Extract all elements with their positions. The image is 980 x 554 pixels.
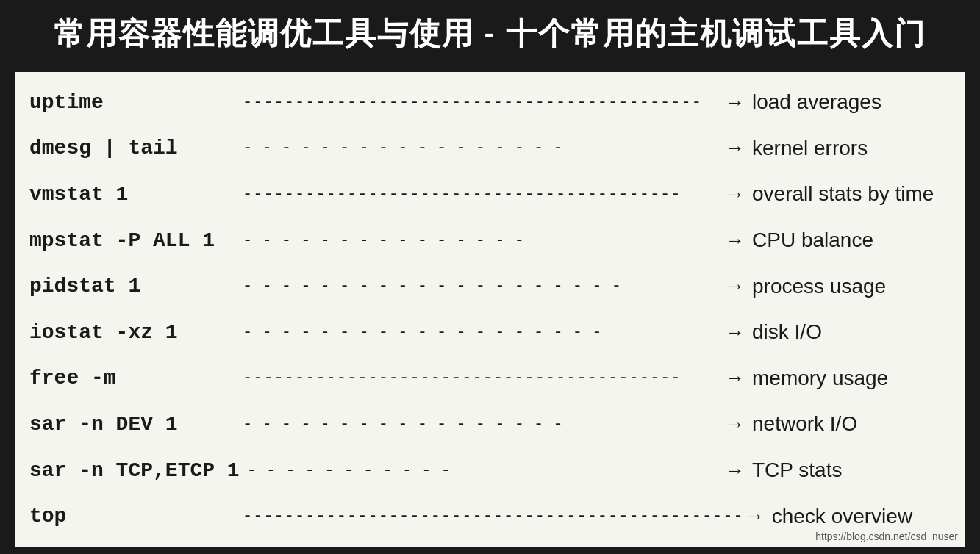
page-title: 常用容器性能调优工具与使用 - 十个常用的主机调试工具入门 [54, 16, 926, 51]
content-area: uptime----------------------------------… [15, 72, 965, 547]
dash-line: ----------------------------------------… [243, 185, 724, 204]
command-text: free -m [29, 367, 235, 389]
arrow-container: ----------------------------------------… [243, 183, 745, 205]
arrow-icon: → [726, 321, 745, 344]
url-credit: https://blog.csdn.net/csd_nuser [815, 530, 958, 542]
description-text: memory usage [752, 367, 943, 390]
description-text: kernel errors [752, 137, 943, 160]
arrow-container: - - - - - - - - - - - - - - - → [243, 229, 745, 251]
command-text: sar -n TCP,ETCP 1 [29, 459, 240, 482]
arrow-icon: → [726, 183, 745, 206]
arrow-icon: → [726, 367, 745, 389]
arrow-icon: → [726, 91, 745, 114]
description-text: load averages [752, 90, 943, 114]
table-row: dmesg | tail- - - - - - - - - - - - - - … [29, 135, 943, 162]
table-row: vmstat 1--------------------------------… [29, 181, 943, 207]
arrow-container: ----------------------------------------… [243, 367, 745, 389]
arrow-icon: → [726, 275, 745, 298]
arrow-container: ----------------------------------------… [243, 91, 745, 113]
dash-line: - - - - - - - - - - - - - - - - - - - [243, 323, 724, 342]
description-text: disk I/O [752, 320, 943, 344]
dash-line: - - - - - - - - - - - [247, 461, 724, 480]
table-row: free -m---------------------------------… [29, 365, 943, 392]
command-text: mpstat -P ALL 1 [29, 229, 235, 252]
arrow-container: - - - - - - - - - - - - - - - - - → [243, 413, 745, 435]
arrow-container: - - - - - - - - - - - - - - - - - - - → [243, 321, 745, 343]
arrow-icon: → [745, 505, 765, 528]
page-container: 常用容器性能调优工具与使用 - 十个常用的主机调试工具入门 uptime----… [0, 0, 980, 554]
table-row: iostat -xz 1- - - - - - - - - - - - - - … [29, 319, 943, 345]
command-text: dmesg | tail [29, 137, 235, 159]
dash-line: - - - - - - - - - - - - - - - - - [243, 139, 724, 157]
description-text: CPU balance [752, 229, 943, 252]
table-row: top-------------------------------------… [29, 503, 943, 530]
command-text: iostat -xz 1 [29, 321, 235, 344]
arrow-icon: → [726, 413, 745, 436]
arrow-container: ----------------------------------------… [243, 506, 765, 528]
command-text: uptime [29, 91, 235, 114]
command-text: vmstat 1 [29, 183, 235, 206]
dash-line: - - - - - - - - - - - - - - - - - [243, 415, 724, 434]
table-row: uptime----------------------------------… [29, 89, 943, 115]
description-text: overall stats by time [752, 182, 943, 206]
arrow-icon: → [726, 137, 745, 159]
command-text: top [29, 505, 235, 528]
arrow-icon: → [726, 229, 745, 252]
command-text: pidstat 1 [29, 275, 235, 298]
table-row: mpstat -P ALL 1- - - - - - - - - - - - -… [29, 227, 943, 253]
description-text: process usage [752, 275, 943, 298]
description-text: TCP stats [752, 458, 943, 482]
arrow-container: - - - - - - - - - - - - - - - - - → [243, 137, 745, 159]
dash-line: ----------------------------------------… [243, 369, 724, 387]
table-row: sar -n TCP,ETCP 1- - - - - - - - - - - →… [29, 457, 943, 483]
table-row: sar -n DEV 1- - - - - - - - - - - - - - … [29, 411, 943, 437]
dash-line: - - - - - - - - - - - - - - - - - - - - [243, 277, 724, 295]
dash-line: ----------------------------------------… [243, 93, 724, 112]
dash-line: - - - - - - - - - - - - - - - [243, 231, 724, 250]
table-row: pidstat 1- - - - - - - - - - - - - - - -… [29, 273, 943, 300]
command-text: sar -n DEV 1 [29, 413, 235, 436]
dash-line: ----------------------------------------… [243, 507, 744, 525]
arrow-container: - - - - - - - - - - - → [247, 459, 745, 481]
arrow-icon: → [726, 459, 745, 482]
arrow-container: - - - - - - - - - - - - - - - - - - - - … [243, 276, 745, 298]
description-text: check overview [772, 505, 963, 528]
title-bar: 常用容器性能调优工具与使用 - 十个常用的主机调试工具入门 [0, 0, 980, 65]
description-text: network I/O [752, 412, 943, 436]
